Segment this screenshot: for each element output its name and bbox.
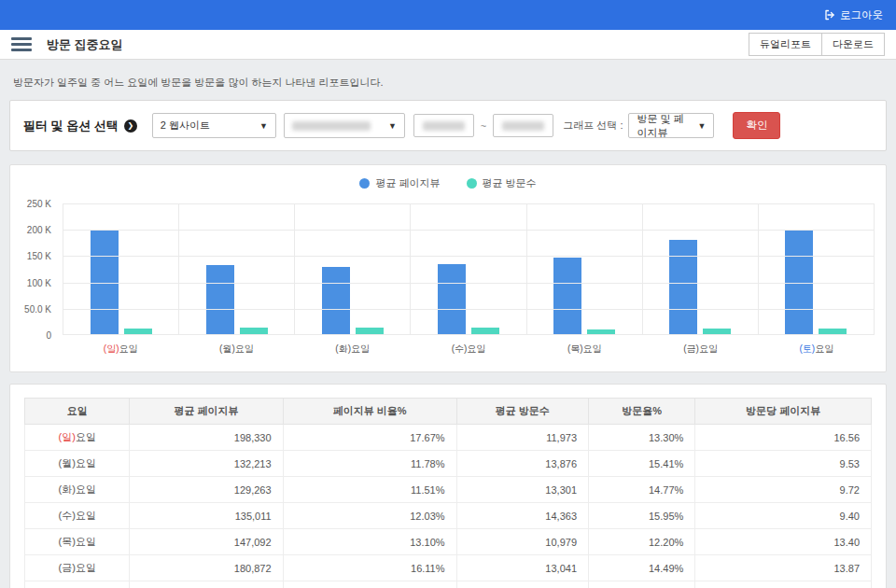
value-cell: 147,092 — [130, 529, 283, 555]
day-cell: (일)요일 — [25, 425, 130, 451]
day-prefix: (화) — [335, 343, 351, 354]
value-cell: 199,807 — [130, 581, 283, 588]
day-prefix: (목) — [567, 343, 583, 354]
chart-bar-group — [527, 203, 643, 335]
logout-icon — [824, 9, 835, 21]
filter-options-label: 필터 및 옵션 선택 ❯ — [23, 118, 137, 134]
chart-bar-groups — [63, 203, 875, 335]
date-end-input[interactable] — [493, 114, 553, 137]
value-cell: 13.87 — [695, 555, 872, 581]
date-range-separator: ~ — [481, 120, 486, 132]
header-buttons: 듀얼리포트 다운로드 — [749, 33, 885, 56]
value-cell: 11.51% — [283, 477, 456, 503]
chart-x-axis: (일)요일(월)요일(화)요일(수)요일(목)요일(금)요일(토)요일 — [63, 343, 875, 356]
value-cell: 16.56 — [695, 425, 872, 451]
legend-item: 평균 페이지뷰 — [359, 176, 440, 190]
legend-item: 평균 방문수 — [467, 176, 537, 190]
value-cell: 13,041 — [456, 555, 588, 581]
dual-report-button[interactable]: 듀얼리포트 — [749, 33, 822, 56]
day-prefix: (금) — [683, 343, 699, 354]
date-start-input[interactable] — [413, 114, 474, 137]
value-cell: 15.95% — [589, 503, 695, 529]
stats-table: 요일평균 페이지뷰페이지뷰 비율%평균 방문수방문율%방문당 페이지뷰 (일)요… — [24, 398, 872, 588]
x-axis-label: (수)요일 — [411, 343, 526, 356]
redacted-value — [292, 121, 371, 131]
column-header: 평균 페이지뷰 — [130, 399, 283, 425]
table-body: (일)요일198,33017.67%11,97313.30%16.56(월)요일… — [25, 425, 872, 588]
report-description: 방문자가 일주일 중 어느 요일에 방문을 방문을 많이 하는지 나타낸 리포트… — [0, 60, 896, 100]
day-cell: (토)요일 — [25, 581, 130, 588]
legend-dot-icon — [467, 178, 477, 189]
y-axis-tick: 0 — [10, 330, 51, 341]
pageview-bar — [322, 267, 350, 335]
website-select-value: 2 웹사이트 — [161, 119, 210, 133]
chart-bar-group — [179, 203, 295, 335]
day-suffix: 요일 — [76, 562, 96, 573]
chart-bar-group — [411, 203, 526, 335]
chevron-down-icon: ▼ — [259, 121, 268, 131]
value-cell: 9.53 — [695, 451, 872, 477]
column-header: 평균 방문수 — [456, 399, 588, 425]
pageview-bar — [206, 265, 234, 335]
confirm-button[interactable]: 확인 — [733, 112, 780, 139]
day-suffix: 요일 — [583, 343, 602, 354]
value-cell: 14,363 — [456, 503, 588, 529]
day-prefix: (수) — [452, 343, 468, 354]
x-axis-label: (화)요일 — [295, 343, 411, 356]
day-suffix: 요일 — [76, 457, 96, 469]
profile-select[interactable]: ▼ — [284, 113, 405, 138]
value-cell: 135,011 — [130, 503, 283, 529]
graph-type-select[interactable]: 방문 및 페이지뷰 ▼ — [628, 113, 714, 138]
day-prefix: (화) — [59, 483, 76, 495]
chart-legend: 평균 페이지뷰평균 방문수 — [10, 176, 886, 190]
day-suffix: 요일 — [815, 343, 833, 354]
menu-icon[interactable] — [11, 37, 32, 51]
value-cell: 14.77% — [589, 477, 695, 503]
chart-bar-group — [63, 203, 179, 335]
x-axis-label: (목)요일 — [526, 343, 642, 356]
day-suffix: 요일 — [76, 536, 96, 547]
graph-select-label: 그래프 선택 : — [563, 119, 623, 133]
value-cell: 16.11% — [283, 555, 456, 581]
value-cell: 17.67% — [283, 425, 456, 451]
value-cell: 15.41% — [589, 451, 695, 477]
chart-bar-group — [643, 203, 759, 335]
value-cell: 13,876 — [456, 451, 588, 477]
value-cell: 11,973 — [456, 425, 588, 451]
legend-label: 평균 페이지뷰 — [375, 176, 440, 190]
day-cell: (금)요일 — [25, 555, 130, 581]
download-button[interactable]: 다운로드 — [821, 33, 885, 56]
table-row: (토)요일199,80717.80%12,49213.88%15.99 — [25, 581, 872, 588]
day-suffix: 요일 — [76, 431, 96, 442]
table-row: (일)요일198,33017.67%11,97313.30%16.56 — [25, 425, 872, 451]
column-header: 방문율% — [589, 399, 695, 425]
y-axis-tick: 100 K — [10, 278, 51, 288]
chart-card: 평균 페이지뷰평균 방문수 250 K200 K150 K100 K50.0 K… — [9, 164, 887, 372]
logout-label: 로그아웃 — [840, 8, 883, 22]
value-cell: 9.40 — [695, 503, 872, 529]
value-cell: 12.20% — [589, 529, 695, 555]
chart-y-axis: 250 K200 K150 K100 K50.0 K0 — [10, 203, 55, 335]
day-cell: (수)요일 — [25, 503, 130, 529]
value-cell: 180,872 — [130, 555, 283, 581]
value-cell: 17.80% — [283, 581, 456, 588]
day-cell: (월)요일 — [25, 451, 130, 477]
column-header: 방문당 페이지뷰 — [695, 399, 872, 425]
gridline — [63, 203, 875, 204]
website-select[interactable]: 2 웹사이트 ▼ — [152, 113, 276, 138]
column-header: 페이지뷰 비율% — [283, 399, 456, 425]
logout-button[interactable]: 로그아웃 — [824, 8, 883, 22]
column-header: 요일 — [25, 399, 130, 425]
value-cell: 13.88% — [589, 581, 695, 588]
chart-bar-group — [759, 203, 875, 335]
legend-label: 평균 방문수 — [483, 176, 537, 190]
value-cell: 9.72 — [695, 477, 872, 503]
y-axis-tick: 250 K — [10, 199, 51, 209]
day-cell: (목)요일 — [25, 529, 130, 555]
redacted-value — [423, 121, 465, 131]
table-row: (화)요일129,26311.51%13,30114.77%9.72 — [25, 477, 872, 503]
x-axis-label: (토)요일 — [759, 343, 875, 356]
day-cell: (화)요일 — [25, 477, 130, 503]
day-suffix: 요일 — [76, 483, 96, 495]
value-cell: 10,979 — [456, 529, 588, 555]
